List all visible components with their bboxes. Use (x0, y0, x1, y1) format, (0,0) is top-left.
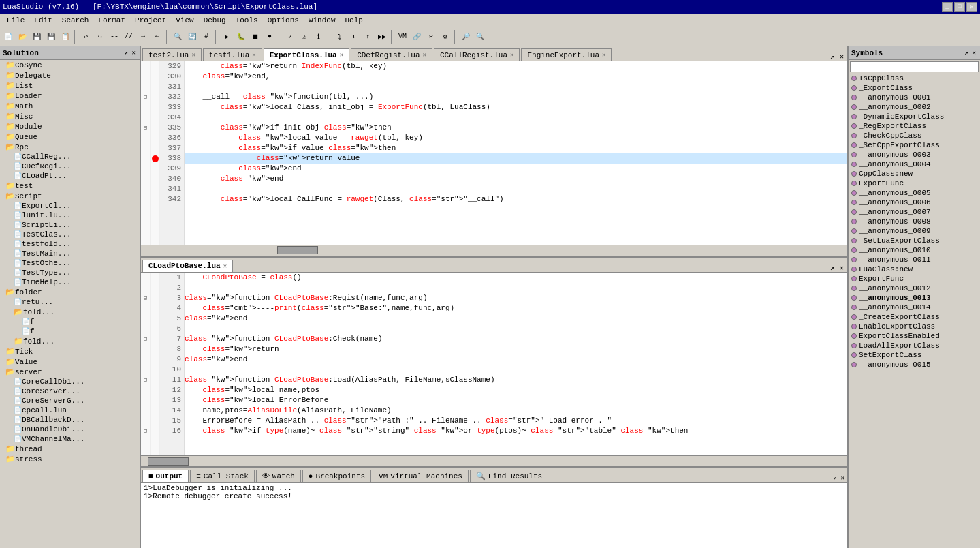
symbol-item-2[interactable]: __anonymous_0001 (849, 93, 980, 102)
fold-line-335[interactable]: ⊟ (141, 123, 150, 133)
output-close-btn[interactable]: ✕ (840, 474, 846, 482)
fold-line-16[interactable]: ⊟ (141, 426, 150, 436)
tab-cdefregist-close[interactable]: ✕ (423, 51, 426, 59)
tb-comment[interactable]: -- (108, 30, 121, 44)
tree-item-33[interactable]: 📄CoreServer... (0, 386, 140, 396)
symbol-item-26[interactable]: EnableExportClass (849, 322, 980, 331)
output-tab-watch[interactable]: 👁 Watch (256, 470, 301, 482)
tree-item-18[interactable]: 📄testfold... (0, 239, 140, 249)
tb-zoom-out[interactable]: 🔍 (473, 30, 487, 44)
tb-settings[interactable]: ⚙ (439, 30, 452, 44)
symbol-item-0[interactable]: IsCppClass (849, 74, 980, 83)
tb-step-in[interactable]: ⬇ (347, 30, 360, 44)
tab-cloadptobase-close[interactable]: ✕ (223, 262, 227, 270)
tree-item-13[interactable]: 📂Script (0, 191, 140, 201)
tab-engineexport[interactable]: EngineExport.lua ✕ (521, 48, 612, 61)
tree-item-11[interactable]: 📄CLoadPt... (0, 171, 140, 181)
bottom-tab-close-btn[interactable]: ✕ (838, 264, 846, 272)
tb-bp[interactable]: ● (263, 30, 276, 44)
symbol-item-14[interactable]: __anonymous_0007 (849, 207, 980, 217)
menu-search[interactable]: Search (58, 16, 93, 25)
symbol-item-30[interactable]: __anonymous_0015 (849, 360, 980, 369)
maximize-button[interactable]: □ (954, 2, 965, 12)
tb-undo[interactable]: ↩ (79, 30, 93, 44)
tree-item-12[interactable]: 📁test (0, 181, 140, 191)
menu-file[interactable]: File (3, 16, 29, 25)
tb-unindent[interactable]: ← (151, 30, 164, 44)
tree-item-14[interactable]: 📄ExportCl... (0, 201, 140, 211)
tree-item-27[interactable]: 📄f (0, 326, 140, 336)
symbol-item-4[interactable]: _DynamicExportClass (849, 112, 980, 121)
menu-project[interactable]: Project (131, 16, 170, 25)
symbol-item-1[interactable]: _ExportClass (849, 83, 980, 93)
tree-item-36[interactable]: 📄DBCallbackD... (0, 415, 140, 425)
menu-debug[interactable]: Debug (200, 16, 230, 25)
symbols-close[interactable]: ✕ (971, 49, 977, 57)
tree-item-19[interactable]: 📄TestMain... (0, 249, 140, 258)
close-button[interactable]: ✕ (966, 2, 977, 12)
fold-line-11[interactable]: ⊟ (141, 375, 150, 385)
symbols-float[interactable]: ↗ (963, 49, 969, 57)
tree-item-28[interactable]: 📁fold... (0, 336, 140, 346)
output-tab-callstack[interactable]: ≡ Call Stack (190, 470, 255, 482)
output-tab-breakpoints[interactable]: ● Breakpoints (302, 470, 371, 482)
tree-item-32[interactable]: 📄CoreCallDb1... (0, 377, 140, 386)
tb-find[interactable]: 🔍 (171, 30, 185, 44)
tree-item-23[interactable]: 📂folder (0, 287, 140, 297)
symbol-item-13[interactable]: __anonymous_0006 (849, 198, 980, 207)
tb-debug[interactable]: 🐛 (234, 30, 248, 44)
symbol-item-29[interactable]: SetExportClass (849, 350, 980, 360)
symbol-item-9[interactable]: __anonymous_0004 (849, 159, 980, 169)
tb-vm[interactable]: VM (396, 30, 409, 44)
tab-engineexport-close[interactable]: ✕ (602, 51, 605, 59)
tb-continue[interactable]: ▶▶ (375, 30, 389, 44)
output-tab-output[interactable]: ■ Output (142, 470, 189, 482)
symbol-item-17[interactable]: _SetLuaExportClass (849, 236, 980, 245)
tb-error[interactable]: ⚠ (298, 30, 311, 44)
menu-tools[interactable]: Tools (232, 16, 262, 25)
symbol-item-15[interactable]: __anonymous_0008 (849, 217, 980, 226)
tree-item-15[interactable]: 📄lunit.lu... (0, 211, 140, 220)
symbols-search-input[interactable] (850, 61, 979, 72)
menu-format[interactable]: Format (94, 16, 129, 25)
tree-item-24[interactable]: 📄retu... (0, 297, 140, 307)
menu-edit[interactable]: Edit (30, 16, 56, 25)
solution-close[interactable]: ✕ (131, 49, 137, 57)
tree-item-40[interactable]: 📁stress (0, 454, 140, 464)
tree-item-25[interactable]: 📂fold... (0, 307, 140, 317)
tree-item-4[interactable]: 📁Math (0, 101, 140, 111)
symbol-item-27[interactable]: ExportClassEnabled (849, 331, 980, 341)
tree-item-3[interactable]: 📁Loader (0, 91, 140, 101)
menu-window[interactable]: Window (304, 16, 340, 25)
tree-item-31[interactable]: 📂server (0, 367, 140, 377)
symbol-item-24[interactable]: __anonymous_0014 (849, 303, 980, 312)
tab-test1[interactable]: test1.lua ✕ (203, 48, 262, 61)
tab-float-btn[interactable]: ↗ (828, 52, 836, 61)
symbol-item-3[interactable]: __anonymous_0002 (849, 102, 980, 112)
tb-open[interactable]: 📂 (16, 30, 29, 44)
symbol-item-11[interactable]: ExportFunc (849, 179, 980, 188)
tab-close-btn[interactable]: ✕ (838, 52, 846, 61)
tree-item-29[interactable]: 📁Tick (0, 346, 140, 356)
symbol-item-20[interactable]: LuaClass:new (849, 264, 980, 274)
tb-check[interactable]: ✓ (283, 30, 297, 44)
symbol-item-19[interactable]: __anonymous_0011 (849, 255, 980, 264)
tab-cdefregist[interactable]: CDefRegist.lua ✕ (351, 48, 432, 61)
scrollbar-top-h[interactable] (141, 245, 847, 256)
minimize-button[interactable]: _ (942, 2, 953, 12)
tab-cloadptobase[interactable]: CLoadPtoBase.lua ✕ (142, 260, 233, 272)
tb-new[interactable]: 📄 (1, 30, 15, 44)
symbol-item-10[interactable]: CppClass:new (849, 169, 980, 179)
symbol-item-12[interactable]: __anonymous_0005 (849, 188, 980, 198)
tb-info[interactable]: ℹ (312, 30, 326, 44)
tb-step-out[interactable]: ⬆ (361, 30, 375, 44)
tree-item-35[interactable]: 📄cpcall.lua (0, 406, 140, 415)
symbol-item-7[interactable]: _SetCppExportClass (849, 140, 980, 150)
symbol-item-22[interactable]: __anonymous_0012 (849, 284, 980, 293)
tb-stop[interactable]: ⏹ (249, 30, 262, 44)
tab-ccallregist[interactable]: CCallRegist.lua ✕ (434, 48, 520, 61)
tree-item-0[interactable]: 📁CoSync (0, 60, 140, 70)
tree-item-8[interactable]: 📂Rpc (0, 142, 140, 152)
tree-item-2[interactable]: 📁List (0, 80, 140, 91)
symbol-item-8[interactable]: __anonymous_0003 (849, 150, 980, 159)
